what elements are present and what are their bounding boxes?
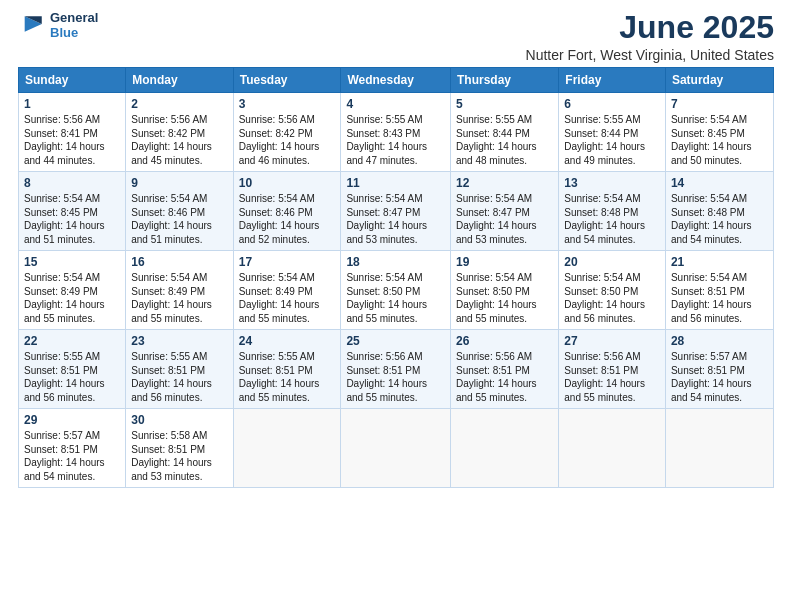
day-info: Sunrise: 5:55 AMSunset: 8:43 PMDaylight:… <box>346 114 427 166</box>
table-row: 3 Sunrise: 5:56 AMSunset: 8:42 PMDayligh… <box>233 93 341 172</box>
table-row: 10 Sunrise: 5:54 AMSunset: 8:46 PMDaylig… <box>233 172 341 251</box>
table-row: 8 Sunrise: 5:54 AMSunset: 8:45 PMDayligh… <box>19 172 126 251</box>
day-info: Sunrise: 5:55 AMSunset: 8:51 PMDaylight:… <box>24 351 105 403</box>
calendar-header-row: Sunday Monday Tuesday Wednesday Thursday… <box>19 68 774 93</box>
day-number: 24 <box>239 334 336 348</box>
day-info: Sunrise: 5:54 AMSunset: 8:50 PMDaylight:… <box>456 272 537 324</box>
col-friday: Friday <box>559 68 666 93</box>
table-row: 30 Sunrise: 5:58 AMSunset: 8:51 PMDaylig… <box>126 409 233 488</box>
day-info: Sunrise: 5:54 AMSunset: 8:45 PMDaylight:… <box>671 114 752 166</box>
col-thursday: Thursday <box>450 68 558 93</box>
table-row: 18 Sunrise: 5:54 AMSunset: 8:50 PMDaylig… <box>341 251 451 330</box>
table-row: 21 Sunrise: 5:54 AMSunset: 8:51 PMDaylig… <box>665 251 773 330</box>
calendar-table: Sunday Monday Tuesday Wednesday Thursday… <box>18 67 774 488</box>
day-number: 6 <box>564 97 660 111</box>
day-info: Sunrise: 5:56 AMSunset: 8:42 PMDaylight:… <box>131 114 212 166</box>
table-row: 13 Sunrise: 5:54 AMSunset: 8:48 PMDaylig… <box>559 172 666 251</box>
day-info: Sunrise: 5:56 AMSunset: 8:42 PMDaylight:… <box>239 114 320 166</box>
day-number: 9 <box>131 176 227 190</box>
day-number: 27 <box>564 334 660 348</box>
day-info: Sunrise: 5:54 AMSunset: 8:50 PMDaylight:… <box>346 272 427 324</box>
day-number: 26 <box>456 334 553 348</box>
table-row: 11 Sunrise: 5:54 AMSunset: 8:47 PMDaylig… <box>341 172 451 251</box>
table-row: 5 Sunrise: 5:55 AMSunset: 8:44 PMDayligh… <box>450 93 558 172</box>
day-number: 7 <box>671 97 768 111</box>
day-info: Sunrise: 5:54 AMSunset: 8:48 PMDaylight:… <box>564 193 645 245</box>
day-number: 21 <box>671 255 768 269</box>
col-wednesday: Wednesday <box>341 68 451 93</box>
logo-general: General <box>50 11 98 26</box>
table-row: 16 Sunrise: 5:54 AMSunset: 8:49 PMDaylig… <box>126 251 233 330</box>
day-number: 2 <box>131 97 227 111</box>
day-info: Sunrise: 5:54 AMSunset: 8:45 PMDaylight:… <box>24 193 105 245</box>
logo-blue: Blue <box>50 26 98 41</box>
day-number: 13 <box>564 176 660 190</box>
table-row: 1 Sunrise: 5:56 AMSunset: 8:41 PMDayligh… <box>19 93 126 172</box>
table-row: 14 Sunrise: 5:54 AMSunset: 8:48 PMDaylig… <box>665 172 773 251</box>
day-info: Sunrise: 5:54 AMSunset: 8:49 PMDaylight:… <box>24 272 105 324</box>
table-row: 2 Sunrise: 5:56 AMSunset: 8:42 PMDayligh… <box>126 93 233 172</box>
table-row: 22 Sunrise: 5:55 AMSunset: 8:51 PMDaylig… <box>19 330 126 409</box>
table-row: 15 Sunrise: 5:54 AMSunset: 8:49 PMDaylig… <box>19 251 126 330</box>
day-info: Sunrise: 5:54 AMSunset: 8:50 PMDaylight:… <box>564 272 645 324</box>
day-number: 5 <box>456 97 553 111</box>
main-title: June 2025 <box>526 10 774 45</box>
day-info: Sunrise: 5:55 AMSunset: 8:44 PMDaylight:… <box>456 114 537 166</box>
day-number: 25 <box>346 334 445 348</box>
col-sunday: Sunday <box>19 68 126 93</box>
page: General Blue June 2025 Nutter Fort, West… <box>0 0 792 612</box>
table-row: 29 Sunrise: 5:57 AMSunset: 8:51 PMDaylig… <box>19 409 126 488</box>
table-row: 7 Sunrise: 5:54 AMSunset: 8:45 PMDayligh… <box>665 93 773 172</box>
day-number: 10 <box>239 176 336 190</box>
day-number: 15 <box>24 255 120 269</box>
day-number: 4 <box>346 97 445 111</box>
header: General Blue June 2025 Nutter Fort, West… <box>18 10 774 63</box>
day-info: Sunrise: 5:54 AMSunset: 8:46 PMDaylight:… <box>131 193 212 245</box>
day-info: Sunrise: 5:54 AMSunset: 8:51 PMDaylight:… <box>671 272 752 324</box>
table-row: 4 Sunrise: 5:55 AMSunset: 8:43 PMDayligh… <box>341 93 451 172</box>
day-info: Sunrise: 5:55 AMSunset: 8:51 PMDaylight:… <box>131 351 212 403</box>
day-info: Sunrise: 5:58 AMSunset: 8:51 PMDaylight:… <box>131 430 212 482</box>
table-row: 20 Sunrise: 5:54 AMSunset: 8:50 PMDaylig… <box>559 251 666 330</box>
day-number: 17 <box>239 255 336 269</box>
day-info: Sunrise: 5:55 AMSunset: 8:51 PMDaylight:… <box>239 351 320 403</box>
table-row <box>665 409 773 488</box>
day-number: 11 <box>346 176 445 190</box>
logo: General Blue <box>18 10 98 42</box>
day-number: 14 <box>671 176 768 190</box>
day-number: 23 <box>131 334 227 348</box>
table-row <box>341 409 451 488</box>
table-row: 26 Sunrise: 5:56 AMSunset: 8:51 PMDaylig… <box>450 330 558 409</box>
day-info: Sunrise: 5:56 AMSunset: 8:51 PMDaylight:… <box>564 351 645 403</box>
day-info: Sunrise: 5:54 AMSunset: 8:47 PMDaylight:… <box>346 193 427 245</box>
day-info: Sunrise: 5:54 AMSunset: 8:48 PMDaylight:… <box>671 193 752 245</box>
col-saturday: Saturday <box>665 68 773 93</box>
table-row: 28 Sunrise: 5:57 AMSunset: 8:51 PMDaylig… <box>665 330 773 409</box>
day-info: Sunrise: 5:54 AMSunset: 8:49 PMDaylight:… <box>239 272 320 324</box>
day-number: 12 <box>456 176 553 190</box>
day-info: Sunrise: 5:57 AMSunset: 8:51 PMDaylight:… <box>24 430 105 482</box>
day-number: 1 <box>24 97 120 111</box>
day-number: 18 <box>346 255 445 269</box>
day-number: 30 <box>131 413 227 427</box>
title-block: June 2025 Nutter Fort, West Virginia, Un… <box>526 10 774 63</box>
table-row: 27 Sunrise: 5:56 AMSunset: 8:51 PMDaylig… <box>559 330 666 409</box>
day-info: Sunrise: 5:54 AMSunset: 8:46 PMDaylight:… <box>239 193 320 245</box>
col-tuesday: Tuesday <box>233 68 341 93</box>
table-row: 9 Sunrise: 5:54 AMSunset: 8:46 PMDayligh… <box>126 172 233 251</box>
table-row <box>559 409 666 488</box>
day-number: 28 <box>671 334 768 348</box>
table-row: 17 Sunrise: 5:54 AMSunset: 8:49 PMDaylig… <box>233 251 341 330</box>
day-number: 3 <box>239 97 336 111</box>
col-monday: Monday <box>126 68 233 93</box>
day-info: Sunrise: 5:54 AMSunset: 8:49 PMDaylight:… <box>131 272 212 324</box>
day-number: 20 <box>564 255 660 269</box>
table-row <box>450 409 558 488</box>
table-row: 23 Sunrise: 5:55 AMSunset: 8:51 PMDaylig… <box>126 330 233 409</box>
day-number: 16 <box>131 255 227 269</box>
table-row <box>233 409 341 488</box>
table-row: 12 Sunrise: 5:54 AMSunset: 8:47 PMDaylig… <box>450 172 558 251</box>
logo-icon <box>20 10 48 38</box>
day-number: 29 <box>24 413 120 427</box>
table-row: 19 Sunrise: 5:54 AMSunset: 8:50 PMDaylig… <box>450 251 558 330</box>
